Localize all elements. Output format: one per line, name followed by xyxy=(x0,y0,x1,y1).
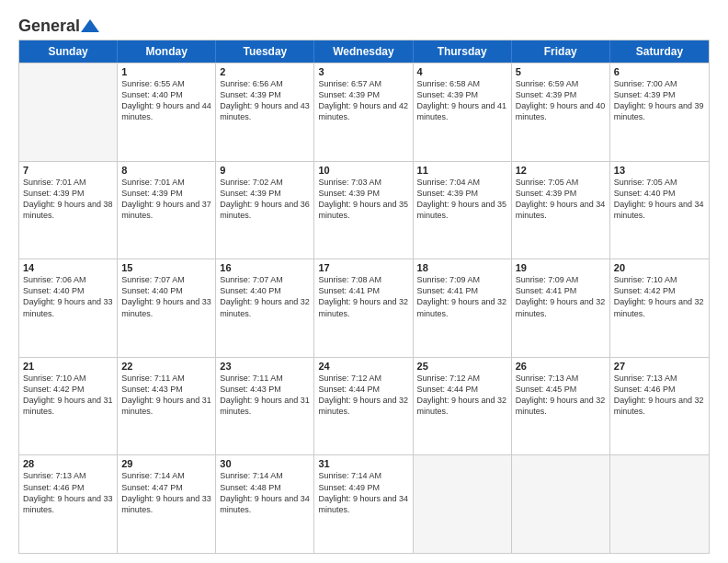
day-number: 31 xyxy=(318,458,408,469)
calendar-row-4: 28Sunrise: 7:13 AM Sunset: 4:46 PM Dayli… xyxy=(19,454,709,553)
day-info: Sunrise: 7:14 AM Sunset: 4:49 PM Dayligh… xyxy=(318,470,408,515)
day-number: 18 xyxy=(417,262,507,273)
day-cell-27: 27Sunrise: 7:13 AM Sunset: 4:46 PM Dayli… xyxy=(610,358,709,455)
day-number: 28 xyxy=(23,458,113,469)
header-wednesday: Wednesday xyxy=(314,40,413,63)
day-number: 16 xyxy=(220,262,310,273)
day-number: 25 xyxy=(417,361,507,372)
day-cell-26: 26Sunrise: 7:13 AM Sunset: 4:45 PM Dayli… xyxy=(512,358,610,455)
header-sunday: Sunday xyxy=(19,40,118,63)
day-cell-12: 12Sunrise: 7:05 AM Sunset: 4:39 PM Dayli… xyxy=(512,162,610,259)
day-info: Sunrise: 6:55 AM Sunset: 4:40 PM Dayligh… xyxy=(121,78,211,123)
day-cell-6: 6Sunrise: 7:00 AM Sunset: 4:39 PM Daylig… xyxy=(610,63,709,161)
empty-cell xyxy=(414,455,512,553)
header-friday: Friday xyxy=(512,40,610,63)
day-info: Sunrise: 7:07 AM Sunset: 4:40 PM Dayligh… xyxy=(121,274,211,319)
day-info: Sunrise: 6:56 AM Sunset: 4:39 PM Dayligh… xyxy=(220,78,310,123)
day-number: 22 xyxy=(121,361,211,372)
day-number: 30 xyxy=(220,458,310,469)
day-cell-13: 13Sunrise: 7:05 AM Sunset: 4:40 PM Dayli… xyxy=(610,162,709,259)
logo-general: General xyxy=(18,17,80,36)
day-cell-18: 18Sunrise: 7:09 AM Sunset: 4:41 PM Dayli… xyxy=(414,259,512,357)
day-number: 3 xyxy=(318,66,408,77)
day-cell-19: 19Sunrise: 7:09 AM Sunset: 4:41 PM Dayli… xyxy=(512,259,610,357)
logo: General xyxy=(18,17,99,34)
empty-cell xyxy=(512,455,610,553)
day-number: 13 xyxy=(614,165,705,176)
header-saturday: Saturday xyxy=(610,40,709,63)
day-number: 29 xyxy=(121,458,211,469)
calendar-row-1: 7Sunrise: 7:01 AM Sunset: 4:39 PM Daylig… xyxy=(19,161,709,259)
day-info: Sunrise: 7:05 AM Sunset: 4:39 PM Dayligh… xyxy=(516,177,606,222)
day-cell-22: 22Sunrise: 7:11 AM Sunset: 4:43 PM Dayli… xyxy=(118,358,216,455)
day-cell-7: 7Sunrise: 7:01 AM Sunset: 4:39 PM Daylig… xyxy=(19,162,118,259)
day-number: 2 xyxy=(220,66,310,77)
day-number: 4 xyxy=(417,66,507,77)
day-info: Sunrise: 6:59 AM Sunset: 4:39 PM Dayligh… xyxy=(516,78,606,123)
day-number: 12 xyxy=(516,165,606,176)
day-cell-25: 25Sunrise: 7:12 AM Sunset: 4:44 PM Dayli… xyxy=(414,358,512,455)
day-number: 21 xyxy=(23,361,113,372)
day-info: Sunrise: 7:08 AM Sunset: 4:41 PM Dayligh… xyxy=(318,274,408,319)
calendar-row-2: 14Sunrise: 7:06 AM Sunset: 4:40 PM Dayli… xyxy=(19,259,709,357)
calendar-row-0: 1Sunrise: 6:55 AM Sunset: 4:40 PM Daylig… xyxy=(19,63,709,161)
day-info: Sunrise: 7:11 AM Sunset: 4:43 PM Dayligh… xyxy=(121,373,211,418)
day-cell-17: 17Sunrise: 7:08 AM Sunset: 4:41 PM Dayli… xyxy=(314,259,413,357)
day-cell-1: 1Sunrise: 6:55 AM Sunset: 4:40 PM Daylig… xyxy=(118,63,216,161)
day-info: Sunrise: 7:05 AM Sunset: 4:40 PM Dayligh… xyxy=(614,177,705,222)
day-info: Sunrise: 7:02 AM Sunset: 4:39 PM Dayligh… xyxy=(220,177,310,222)
day-number: 26 xyxy=(516,361,606,372)
day-info: Sunrise: 7:14 AM Sunset: 4:47 PM Dayligh… xyxy=(121,470,211,515)
empty-cell xyxy=(610,455,709,553)
day-cell-20: 20Sunrise: 7:10 AM Sunset: 4:42 PM Dayli… xyxy=(610,259,709,357)
day-info: Sunrise: 7:07 AM Sunset: 4:40 PM Dayligh… xyxy=(220,274,310,319)
svg-marker-0 xyxy=(81,19,99,32)
day-number: 1 xyxy=(121,66,211,77)
calendar-row-3: 21Sunrise: 7:10 AM Sunset: 4:42 PM Dayli… xyxy=(19,357,709,455)
day-number: 11 xyxy=(417,165,507,176)
day-number: 7 xyxy=(23,165,113,176)
day-info: Sunrise: 7:12 AM Sunset: 4:44 PM Dayligh… xyxy=(417,373,507,418)
day-info: Sunrise: 7:01 AM Sunset: 4:39 PM Dayligh… xyxy=(121,177,211,222)
day-number: 17 xyxy=(318,262,408,273)
header-tuesday: Tuesday xyxy=(216,40,314,63)
day-info: Sunrise: 6:57 AM Sunset: 4:39 PM Dayligh… xyxy=(318,78,408,123)
day-cell-11: 11Sunrise: 7:04 AM Sunset: 4:39 PM Dayli… xyxy=(414,162,512,259)
day-cell-24: 24Sunrise: 7:12 AM Sunset: 4:44 PM Dayli… xyxy=(314,358,413,455)
day-cell-28: 28Sunrise: 7:13 AM Sunset: 4:46 PM Dayli… xyxy=(19,455,118,553)
day-info: Sunrise: 7:14 AM Sunset: 4:48 PM Dayligh… xyxy=(220,470,310,515)
day-number: 27 xyxy=(614,361,705,372)
day-number: 5 xyxy=(516,66,606,77)
day-number: 10 xyxy=(318,165,408,176)
calendar: SundayMondayTuesdayWednesdayThursdayFrid… xyxy=(18,40,710,554)
day-number: 6 xyxy=(614,66,705,77)
day-info: Sunrise: 7:10 AM Sunset: 4:42 PM Dayligh… xyxy=(614,274,705,319)
day-info: Sunrise: 6:58 AM Sunset: 4:39 PM Dayligh… xyxy=(417,78,507,123)
day-number: 24 xyxy=(318,361,408,372)
day-number: 19 xyxy=(516,262,606,273)
day-cell-3: 3Sunrise: 6:57 AM Sunset: 4:39 PM Daylig… xyxy=(314,63,413,161)
day-cell-5: 5Sunrise: 6:59 AM Sunset: 4:39 PM Daylig… xyxy=(512,63,610,161)
day-number: 8 xyxy=(121,165,211,176)
day-cell-16: 16Sunrise: 7:07 AM Sunset: 4:40 PM Dayli… xyxy=(216,259,314,357)
day-cell-23: 23Sunrise: 7:11 AM Sunset: 4:43 PM Dayli… xyxy=(216,358,314,455)
calendar-page: General SundayMondayTuesdayWednesdayThur… xyxy=(0,0,728,563)
header-thursday: Thursday xyxy=(414,40,512,63)
day-cell-10: 10Sunrise: 7:03 AM Sunset: 4:39 PM Dayli… xyxy=(314,162,413,259)
day-number: 14 xyxy=(23,262,113,273)
day-info: Sunrise: 7:10 AM Sunset: 4:42 PM Dayligh… xyxy=(23,373,113,418)
day-info: Sunrise: 7:11 AM Sunset: 4:43 PM Dayligh… xyxy=(220,373,310,418)
day-number: 9 xyxy=(220,165,310,176)
day-info: Sunrise: 7:12 AM Sunset: 4:44 PM Dayligh… xyxy=(318,373,408,418)
day-info: Sunrise: 7:09 AM Sunset: 4:41 PM Dayligh… xyxy=(516,274,606,319)
empty-cell xyxy=(19,63,118,161)
calendar-header: SundayMondayTuesdayWednesdayThursdayFrid… xyxy=(19,40,709,63)
day-cell-14: 14Sunrise: 7:06 AM Sunset: 4:40 PM Dayli… xyxy=(19,259,118,357)
day-cell-30: 30Sunrise: 7:14 AM Sunset: 4:48 PM Dayli… xyxy=(216,455,314,553)
day-info: Sunrise: 7:00 AM Sunset: 4:39 PM Dayligh… xyxy=(614,78,705,123)
day-info: Sunrise: 7:06 AM Sunset: 4:40 PM Dayligh… xyxy=(23,274,113,319)
day-info: Sunrise: 7:03 AM Sunset: 4:39 PM Dayligh… xyxy=(318,177,408,222)
day-cell-8: 8Sunrise: 7:01 AM Sunset: 4:39 PM Daylig… xyxy=(118,162,216,259)
day-info: Sunrise: 7:13 AM Sunset: 4:46 PM Dayligh… xyxy=(23,470,113,515)
day-number: 15 xyxy=(121,262,211,273)
